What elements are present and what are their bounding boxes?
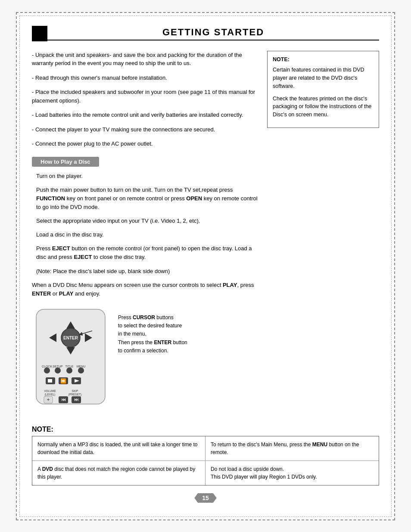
bullet-6: - Connect the power plug to the AC power… [32,140,258,148]
svg-point-8 [44,367,50,373]
bottom-note-cell-3: A DVD disc that does not match the regio… [32,461,206,485]
note-right-para1: Certain features contained in this DVD p… [273,66,374,90]
svg-point-14 [78,367,84,373]
document: GETTING STARTED - Unpack the unit and sp… [16,12,395,520]
bottom-note-title: NOTE: [32,426,379,433]
bullet-5: - Connect the player to your TV making s… [32,125,258,134]
remote-svg: ENTER CLOCK SETUP TITLE MENU [32,305,109,408]
svg-text:+: + [47,397,50,403]
bottom-note-cell-1: Normally when a MP3 disc is loaded, the … [32,436,206,461]
instruction-7: When a DVD Disc Menu appears on screen u… [32,281,258,298]
title-bar: GETTING STARTED [32,26,379,41]
svg-text:⏭: ⏭ [74,397,79,402]
svg-point-12 [66,367,72,373]
svg-text:TITLE: TITLE [65,365,73,368]
section-header-label: How to Play a Disc [32,157,99,167]
instruction-4: Load a disc in the disc tray. [32,230,258,239]
svg-text:(PRESET): (PRESET) [68,393,81,396]
svg-text:⏩: ⏩ [60,378,66,384]
bottom-note-cell-2: To return to the disc's Main Menu, press… [206,436,379,461]
bottom-note-wrapper: NOTE: Normally when a MP3 disc is loaded… [32,426,379,485]
svg-text:SKIP: SKIP [72,389,78,392]
title-wrapper: GETTING STARTED [47,27,379,40]
main-layout: - Unpack the unit and speakers- and save… [32,51,379,417]
svg-rect-16 [48,379,52,383]
diagram-caption: Press CURSOR buttons to select the desir… [118,305,187,355]
svg-text:⏮: ⏮ [61,397,66,402]
bottom-note-cell-4: Do not load a disc upside down.This DVD … [206,461,379,485]
bottom-note-box: Normally when a MP3 disc is loaded, the … [32,436,379,485]
bullet-3: - Place the included speakers and subwoo… [32,88,258,105]
diagram-area: ENTER CLOCK SETUP TITLE MENU [32,305,258,410]
page-number-bar: 15 [32,493,379,503]
note-right-para2: Check the features printed on the disc's… [273,95,374,119]
remote-image: ENTER CLOCK SETUP TITLE MENU [32,305,109,410]
bullet-2: - Read through this owner's manual befor… [32,74,258,82]
note-box-right: NOTE: Certain features contained in this… [267,51,379,128]
svg-text:VOLUME: VOLUME [44,389,56,392]
svg-text:ENTER: ENTER [63,336,78,340]
section-header: How to Play a Disc [32,154,258,172]
left-column: - Unpack the unit and speakers- and save… [32,51,258,417]
svg-text:SETUP: SETUP [53,365,63,368]
instruction-3: Select the appropriate video input on yo… [32,217,258,225]
right-column: NOTE: Certain features contained in this… [267,51,379,417]
instruction-5: Press EJECT button on the remote control… [32,244,258,261]
bullet-4: - Load batteries into the remote control… [32,111,258,119]
note-right-title: NOTE: [273,56,374,64]
instruction-1: Turn on the player. [32,172,258,180]
page-number: 15 [194,493,217,503]
instruction-2: Push the main power button to turn on th… [32,186,258,212]
bullet-1: - Unpack the unit and speakers- and save… [32,51,258,68]
svg-text:(LEVEL): (LEVEL) [45,393,56,396]
svg-text:MENU: MENU [77,365,86,368]
svg-text:CLOCK: CLOCK [42,365,52,368]
title-black-box [32,26,47,41]
instruction-6: (Note: Place the disc's label side up, b… [32,267,258,276]
svg-point-10 [55,367,61,373]
page-title: GETTING STARTED [162,27,264,37]
